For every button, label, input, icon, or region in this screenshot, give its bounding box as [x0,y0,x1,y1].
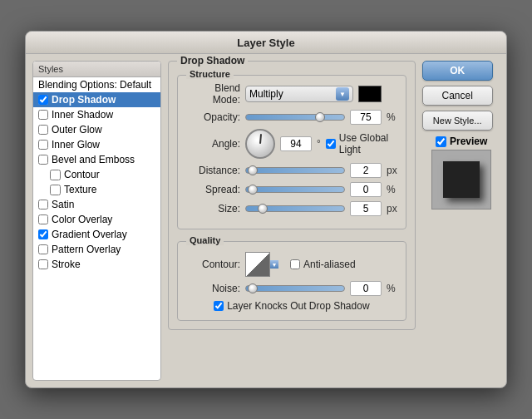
global-light-checkbox[interactable] [326,139,336,149]
noise-input[interactable] [350,281,382,296]
distance-unit: px [387,165,397,176]
contour-thumbnail[interactable] [245,252,270,277]
quality-box: Quality Contour: ▼ Anti-aliased [177,241,406,321]
distance-label: Distance: [186,165,240,176]
angle-unit: ° [317,138,321,150]
knockout-label[interactable]: Layer Knocks Out Drop Shadow [214,300,369,312]
angle-dial[interactable] [245,129,275,159]
spread-input[interactable] [350,182,382,197]
spread-label: Spread: [186,184,240,195]
anti-aliased-checkbox[interactable] [290,259,300,269]
inner-shadow-checkbox[interactable] [38,110,48,120]
opacity-input[interactable] [350,110,382,125]
gradient-overlay-checkbox[interactable] [38,229,48,239]
knockout-text: Layer Knocks Out Drop Shadow [227,300,369,312]
opacity-slider[interactable] [245,114,345,121]
sidebar-item-satin[interactable]: Satin [33,197,160,212]
stroke-checkbox[interactable] [38,259,48,269]
noise-slider[interactable] [245,285,345,292]
sidebar-item-blending[interactable]: Blending Options: Default [33,77,160,92]
drop-shadow-section: Drop Shadow Structure Blend Mode: Multip… [168,61,416,330]
size-thumb[interactable] [258,204,268,214]
sidebar-item-stroke[interactable]: Stroke [33,257,160,272]
global-light-text: Use Global Light [339,132,397,155]
anti-aliased-label[interactable]: Anti-aliased [290,259,356,270]
inner-shadow-label: Inner Shadow [52,109,113,121]
knockout-checkbox[interactable] [214,301,224,311]
preview-text: Preview [450,136,487,147]
sidebar-item-inner-shadow[interactable]: Inner Shadow [33,107,160,122]
anti-aliased-text: Anti-aliased [303,259,356,270]
blend-mode-row: Blend Mode: Multiply ▼ [186,82,397,106]
angle-input[interactable] [280,136,312,151]
new-style-button[interactable]: New Style... [422,111,493,131]
drop-shadow-checkbox[interactable] [38,95,48,105]
size-label: Size: [186,203,240,214]
texture-label: Texture [64,184,96,195]
opacity-thumb[interactable] [315,112,325,122]
preview-label-row: Preview [436,136,487,147]
dial-indicator [259,134,262,144]
sidebar-header: Styles [33,62,160,77]
contour-checkbox[interactable] [50,170,61,180]
preview-section: Preview [422,136,501,210]
preview-box [431,150,491,210]
noise-thumb[interactable] [248,283,258,293]
preview-checkbox[interactable] [436,136,446,147]
sidebar-item-drop-shadow[interactable]: Drop Shadow [33,92,160,107]
sidebar-item-pattern-overlay[interactable]: Pattern Overlay [33,242,160,257]
blend-color-swatch[interactable] [358,86,382,102]
distance-slider[interactable] [245,167,345,174]
inner-glow-checkbox[interactable] [38,140,48,150]
size-input[interactable] [350,201,382,216]
sidebar-item-gradient-overlay[interactable]: Gradient Overlay [33,227,160,242]
knockout-row: Layer Knocks Out Drop Shadow [186,300,397,312]
right-panel: OK Cancel New Style... Preview [422,61,501,381]
sidebar-item-outer-glow[interactable]: Outer Glow [33,122,160,137]
color-overlay-checkbox[interactable] [38,214,48,224]
noise-label: Noise: [186,283,240,294]
sidebar: Styles Blending Options: Default Drop Sh… [32,61,161,381]
sidebar-item-color-overlay[interactable]: Color Overlay [33,212,160,227]
contour-dropdown-arrow[interactable]: ▼ [270,260,278,269]
spread-slider[interactable] [245,186,345,193]
global-light-label[interactable]: Use Global Light [326,132,397,155]
satin-checkbox[interactable] [38,200,48,210]
size-slider[interactable] [245,205,345,212]
spread-unit: % [387,184,396,195]
outer-glow-label: Outer Glow [52,124,102,136]
contour-picker[interactable]: ▼ [245,252,278,277]
main-panel: Drop Shadow Structure Blend Mode: Multip… [168,61,416,381]
inner-glow-label: Inner Glow [52,139,100,150]
distance-input[interactable] [350,163,382,178]
contour-label: Contour [64,169,100,180]
cancel-button[interactable]: Cancel [422,86,493,106]
spread-thumb[interactable] [248,185,258,195]
section-title: Drop Shadow [177,55,248,67]
pattern-overlay-checkbox[interactable] [38,244,48,254]
sidebar-item-texture[interactable]: Texture [33,182,160,197]
distance-thumb[interactable] [248,165,258,175]
blend-mode-arrow: ▼ [336,87,349,101]
texture-checkbox[interactable] [50,185,61,195]
outer-glow-checkbox[interactable] [38,125,48,135]
ok-button[interactable]: OK [422,61,493,81]
pattern-overlay-label: Pattern Overlay [52,244,121,255]
drop-shadow-label: Drop Shadow [52,94,116,106]
spread-row: Spread: % [186,182,397,197]
blend-mode-value: Multiply [249,88,336,100]
contour-label: Contour: [186,259,240,270]
sidebar-item-inner-glow[interactable]: Inner Glow [33,137,160,152]
color-overlay-label: Color Overlay [52,214,112,225]
sidebar-item-bevel-emboss[interactable]: Bevel and Emboss [33,152,160,167]
blend-mode-dropdown[interactable]: Multiply ▼ [245,86,353,102]
quality-label: Quality [186,235,224,245]
bevel-emboss-checkbox[interactable] [38,155,48,165]
structure-label: Structure [186,69,234,79]
size-row: Size: px [186,201,397,216]
opacity-row: Opacity: % [186,110,397,125]
angle-row: Angle: ° Use Global Light [186,129,397,159]
dialog-title: Layer Style [26,32,506,54]
blending-label: Blending Options: Default [38,79,151,91]
sidebar-item-contour[interactable]: Contour [33,167,160,182]
